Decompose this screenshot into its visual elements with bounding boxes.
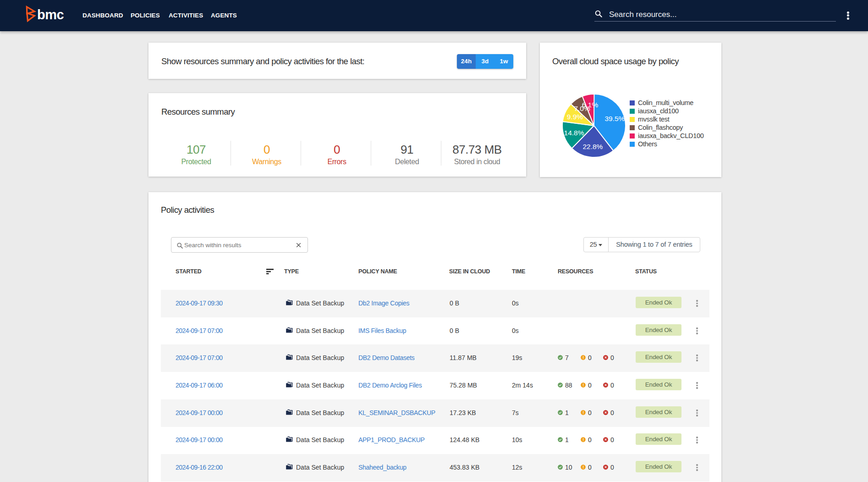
svg-text:6.1%: 6.1%: [582, 101, 599, 109]
svg-text:14.8%: 14.8%: [564, 129, 584, 137]
svg-text:39.5%: 39.5%: [604, 115, 625, 122]
svg-text:9.9%: 9.9%: [567, 113, 583, 121]
svg-text:22.8%: 22.8%: [582, 143, 603, 150]
svg-text:bmc: bmc: [37, 7, 64, 22]
